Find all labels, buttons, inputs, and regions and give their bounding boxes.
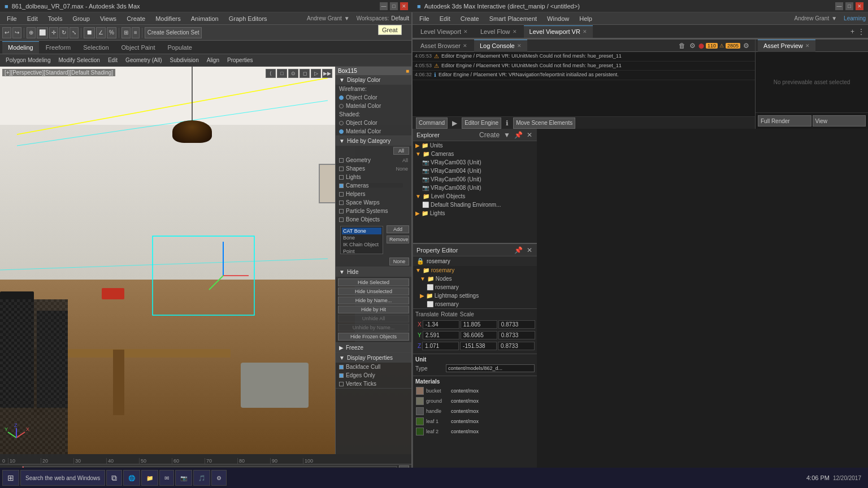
start-btn[interactable]: ⊞ — [2, 470, 19, 486]
tree-vray004[interactable]: 📷 VRayCam004 (Unit) — [413, 167, 537, 175]
transform-scale-val2[interactable] — [498, 331, 535, 339]
level-flow-close[interactable]: ✕ — [513, 29, 517, 34]
rmenu-edit[interactable]: Edit — [435, 14, 455, 23]
rmenu-file[interactable]: File — [415, 14, 434, 23]
bone-list-item-catbone[interactable]: CAT Bone — [342, 228, 381, 234]
subtab-align[interactable]: Align — [203, 55, 223, 66]
menu-file[interactable]: File — [2, 14, 21, 23]
tree-units[interactable]: ▶ 📁 Units — [413, 141, 537, 150]
tab-options-btn[interactable]: ⋮ — [857, 28, 866, 36]
space-warps-check[interactable] — [339, 201, 344, 205]
lights-row[interactable]: Lights — [336, 173, 411, 181]
level-viewport-close[interactable]: ✕ — [463, 29, 468, 34]
browser-btn[interactable]: 🌐 — [123, 470, 140, 486]
tab-selection[interactable]: Selection — [77, 41, 114, 54]
wireframe-obj-radio[interactable] — [339, 95, 344, 100]
geometry-row[interactable]: Geometry All — [336, 156, 411, 164]
shapes-row[interactable]: Shapes None — [336, 164, 411, 173]
transform-y2-val[interactable] — [461, 331, 497, 339]
add-bone-btn[interactable]: Add — [387, 225, 409, 233]
menu-graph-editors[interactable]: Graph Editors — [224, 14, 272, 23]
right-maximize-btn[interactable]: □ — [845, 2, 853, 10]
vertex-ticks-row[interactable]: Vertex Ticks — [336, 380, 411, 388]
tree-cameras[interactable]: ▼ 📁 Cameras — [413, 150, 537, 158]
hide-category-header[interactable]: ▼ Hide by Category — [336, 136, 411, 146]
wireframe-mat-radio[interactable] — [339, 104, 344, 108]
edges-only-check[interactable] — [339, 373, 344, 378]
unhide-all-btn[interactable]: Unhide All — [338, 315, 409, 323]
transform-scale-val3[interactable] — [498, 342, 535, 350]
vp-nav-btn2[interactable]: □ — [277, 69, 287, 78]
align-btn[interactable]: ≡ — [132, 27, 140, 38]
subtab-polygon-modeling[interactable]: Polygon Modeling — [2, 55, 54, 66]
rmenu-smart-placement[interactable]: Smart Placement — [485, 14, 541, 23]
tab-level-viewport-vr[interactable]: Level Viewport VR ✕ — [524, 25, 593, 38]
unhide-by-name-btn[interactable]: Unhide by Name... — [338, 324, 409, 332]
particle-systems-row[interactable]: Particle Systems — [336, 207, 411, 215]
tab-level-viewport[interactable]: Level Viewport ✕ — [415, 25, 474, 38]
tab-log-console[interactable]: Log Console ✕ — [474, 40, 527, 52]
vp-nav-btn6[interactable]: ▶▶ — [322, 69, 332, 78]
left-minimize-btn[interactable]: — — [380, 2, 388, 10]
command-options-btn[interactable]: ▶ — [451, 119, 458, 127]
tree-vray008[interactable]: 📷 VRayCam008 (Unit) — [413, 184, 537, 192]
app4-btn[interactable]: 🎵 — [193, 470, 210, 486]
none-bone-btn[interactable]: None — [389, 258, 409, 265]
tree-vray003[interactable]: 📷 VRayCam003 (Unit) — [413, 158, 537, 167]
explorer-filter-btn[interactable]: ▼ — [502, 131, 511, 139]
unit-type-value[interactable] — [446, 364, 535, 372]
shaded-obj-radio[interactable] — [339, 121, 344, 125]
hide-by-name-btn[interactable]: Hide by Name... — [338, 297, 409, 304]
vp-nav-btn1[interactable]: ⟨ — [266, 69, 276, 78]
vp-nav-btn5[interactable]: ▷ — [311, 69, 321, 78]
transform-y-val[interactable] — [423, 331, 459, 339]
prop-tree-lightmap[interactable]: ▶ 📁 Lightmap settings — [413, 291, 537, 300]
vertex-ticks-check[interactable] — [339, 382, 344, 386]
angle-snap-btn[interactable]: ∠ — [96, 27, 106, 38]
hide-unselected-btn[interactable]: Hide Unselected — [338, 287, 409, 295]
helpers-row[interactable]: Helpers — [336, 190, 411, 198]
level-viewport-vr-close[interactable]: ✕ — [583, 29, 587, 34]
transform-z-val[interactable] — [422, 342, 459, 350]
all-btn[interactable]: All — [393, 147, 409, 155]
display-color-header[interactable]: ▼ Display Color — [336, 75, 411, 85]
particle-systems-check[interactable] — [339, 209, 344, 213]
menu-animation[interactable]: Animation — [186, 14, 223, 23]
hide-selected-btn[interactable]: Hide Selected — [338, 278, 409, 286]
prop-tree-rosemary-root[interactable]: ▼ 📁 rosemary — [413, 266, 537, 274]
tab-populate[interactable]: Populate — [162, 41, 197, 54]
freeze-section-header[interactable]: ▶ Freeze — [336, 343, 411, 352]
explorer-taskbar-btn[interactable]: 📁 — [141, 470, 158, 486]
transform-scale-val1[interactable] — [498, 320, 535, 329]
tab-asset-preview[interactable]: Asset Preview ✕ — [758, 40, 815, 52]
tab-asset-browser[interactable]: Asset Browser ✕ — [415, 40, 473, 52]
geometry-check[interactable] — [339, 158, 344, 163]
wireframe-mat-color-row[interactable]: Material Color — [336, 102, 411, 110]
full-render-btn[interactable]: Full Render — [758, 115, 811, 127]
subtab-modify-selection[interactable]: Modify Selection — [55, 55, 103, 66]
rmenu-help[interactable]: Help — [575, 14, 597, 23]
tab-polygon-modeling[interactable]: Modeling — [2, 41, 39, 54]
lights-check[interactable] — [339, 175, 344, 180]
hide-by-hit-btn[interactable]: Hide by Hit — [338, 306, 409, 313]
prop-tree-nodes[interactable]: ▼ 📁 Nodes — [413, 274, 537, 283]
prop-tree-rosemary-node[interactable]: ⬜ rosemary — [413, 283, 537, 291]
snap-toggle-btn[interactable]: 🔲 — [84, 27, 95, 38]
menu-edit[interactable]: Edit — [23, 14, 42, 23]
cameras-check[interactable] — [339, 184, 344, 188]
move-scene-tab[interactable]: Move Scene Elements — [513, 117, 575, 129]
subtab-subdivision[interactable]: Subdivision — [167, 55, 202, 66]
menu-group[interactable]: Group — [68, 14, 94, 23]
move-btn[interactable]: ✛ — [49, 27, 58, 38]
hide-section-header[interactable]: ▼ Hide — [336, 267, 411, 277]
space-warps-row[interactable]: Space Warps — [336, 198, 411, 207]
prop-pin-btn[interactable]: 📌 — [513, 246, 524, 254]
edges-only-row[interactable]: Edges Only — [336, 371, 411, 380]
explorer-pin-btn[interactable]: 📌 — [513, 131, 524, 139]
prop-close-btn[interactable]: ✕ — [526, 246, 533, 254]
subtab-properties[interactable]: Properties — [224, 55, 257, 66]
mail-btn[interactable]: ✉ — [159, 470, 174, 486]
menu-create[interactable]: Create — [122, 14, 150, 23]
select-region-btn[interactable]: ⬜ — [37, 27, 48, 38]
shaded-mat-radio[interactable] — [339, 129, 344, 134]
